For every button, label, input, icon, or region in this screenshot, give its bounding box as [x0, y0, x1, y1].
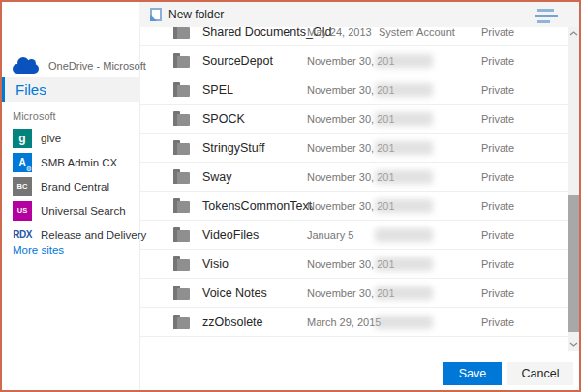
- redacted-owner: [375, 286, 433, 300]
- site-label: give: [41, 133, 61, 144]
- site-icon: g: [13, 129, 32, 148]
- redacted-owner: [375, 170, 433, 184]
- folder-icon: [173, 143, 190, 155]
- folder-icon: [173, 288, 190, 300]
- new-folder-label: New folder: [168, 8, 224, 21]
- scroll-up-icon[interactable]: [568, 27, 579, 39]
- sidebar-site-item[interactable]: BC Brand Central: [2, 174, 140, 198]
- site-icon: A: [13, 153, 32, 172]
- folder-icon: [173, 56, 190, 68]
- sidebar: OneDrive - Microsoft Files Microsoft g g…: [2, 2, 140, 390]
- sharing-status: Private: [481, 142, 514, 154]
- sharing-status: Private: [481, 317, 514, 328]
- sharing-status: Private: [481, 200, 514, 212]
- site-icon: BC: [13, 177, 32, 196]
- sharing-status: Private: [481, 229, 514, 241]
- redacted-owner: [375, 54, 433, 68]
- folder-name: TokensCommonText: [202, 199, 312, 213]
- redacted-owner: [375, 141, 433, 155]
- redacted-owner: [375, 199, 433, 213]
- folder-row[interactable]: SPOCK November 30, 201 Private: [139, 105, 571, 134]
- folder-row[interactable]: VideoFiles January 5 Private: [139, 221, 571, 250]
- folder-name: SPOCK: [202, 112, 245, 126]
- folder-row[interactable]: Sway November 30, 201 Private: [139, 163, 571, 192]
- toolbar: New folder: [139, 2, 579, 27]
- folder-name: Visio: [202, 257, 229, 271]
- folder-icon: [173, 259, 190, 271]
- folder-icon: [173, 85, 190, 97]
- folder-modified-date: March 29, 2015: [307, 317, 381, 328]
- folder-icon: [173, 230, 190, 242]
- redacted-owner: [375, 257, 433, 271]
- site-label: SMB Admin CX: [41, 157, 117, 168]
- sidebar-site-item[interactable]: US Universal Search: [2, 198, 140, 223]
- folder-row[interactable]: StringyStuff November 30, 201 Private: [139, 134, 571, 163]
- folder-name: SPEL: [202, 83, 233, 97]
- sharing-status: Private: [481, 258, 514, 270]
- folder-owner: System Account: [379, 27, 455, 38]
- redacted-owner: [375, 112, 433, 126]
- save-button[interactable]: Save: [443, 362, 502, 385]
- site-label: Brand Central: [41, 181, 109, 193]
- sharing-status: Private: [481, 113, 514, 125]
- view-menu-icon[interactable]: [535, 9, 560, 26]
- scroll-down-icon[interactable]: [568, 338, 579, 349]
- folder-name: Voice Notes: [202, 286, 267, 300]
- redacted-owner: [375, 228, 433, 242]
- redacted-owner: [375, 83, 433, 97]
- sharing-status: Private: [481, 287, 514, 299]
- sharing-status: Private: [481, 27, 514, 38]
- site-icon: RDX: [13, 226, 32, 245]
- folder-name: VideoFiles: [202, 228, 259, 242]
- folder-name: Sway: [202, 170, 232, 184]
- new-folder-button[interactable]: New folder: [150, 2, 224, 27]
- sidebar-site-item[interactable]: g give: [2, 126, 140, 150]
- folder-name: SourceDepot: [202, 54, 273, 68]
- sidebar-section-label: Microsoft: [13, 110, 56, 122]
- sharing-status: Private: [481, 55, 514, 67]
- folder-row[interactable]: SourceDepot November 30, 201 Private: [139, 46, 571, 75]
- folder-icon: [173, 317, 190, 329]
- folder-icon: [173, 201, 190, 213]
- folder-icon: [173, 27, 190, 39]
- folder-row[interactable]: SPEL November 30, 201 Private: [139, 75, 571, 105]
- folder-name: zzObsolete: [202, 316, 263, 329]
- new-folder-icon: [150, 8, 162, 21]
- sharing-status: Private: [481, 84, 514, 96]
- site-list: g give A SMB Admin CX BC Brand Central U…: [2, 126, 140, 247]
- onedrive-logo: OneDrive - Microsoft: [13, 56, 146, 74]
- folder-picker-dialog: OneDrive - Microsoft Files Microsoft g g…: [0, 0, 581, 392]
- onedrive-cloud-icon: [13, 64, 39, 74]
- scrollbar-thumb[interactable]: [568, 195, 579, 332]
- site-label: Release and Delivery: [41, 229, 146, 241]
- sharing-status: Private: [481, 171, 514, 183]
- folder-row[interactable]: TokensCommonText November 30, 201 Privat…: [139, 192, 571, 221]
- onedrive-logo-label: OneDrive - Microsoft: [48, 60, 146, 72]
- folder-modified-date: January 5: [307, 229, 353, 241]
- more-sites-link[interactable]: More sites: [13, 244, 64, 256]
- folder-name: StringyStuff: [202, 141, 264, 155]
- site-icon: US: [13, 201, 32, 221]
- folder-icon: [173, 114, 190, 126]
- scrollbar[interactable]: [568, 27, 579, 351]
- folder-icon: [173, 172, 190, 184]
- redacted-owner: [375, 316, 433, 329]
- folder-row[interactable]: zzObsolete March 29, 2015 Private: [139, 308, 571, 337]
- file-list: Shared Documents_Old May 24, 2013 System…: [139, 27, 571, 347]
- folder-modified-date: May 24, 2013: [307, 27, 372, 38]
- sidebar-site-item[interactable]: A SMB Admin CX: [2, 150, 140, 174]
- site-label: Universal Search: [41, 205, 126, 217]
- sidebar-item-files[interactable]: Files: [2, 77, 140, 102]
- cancel-button[interactable]: Cancel: [507, 362, 573, 385]
- folder-row[interactable]: Shared Documents_Old May 24, 2013 System…: [139, 27, 571, 46]
- folder-row[interactable]: Voice Notes November 30, 201 Private: [139, 279, 571, 308]
- folder-row[interactable]: Visio November 30, 201 Private: [139, 250, 571, 279]
